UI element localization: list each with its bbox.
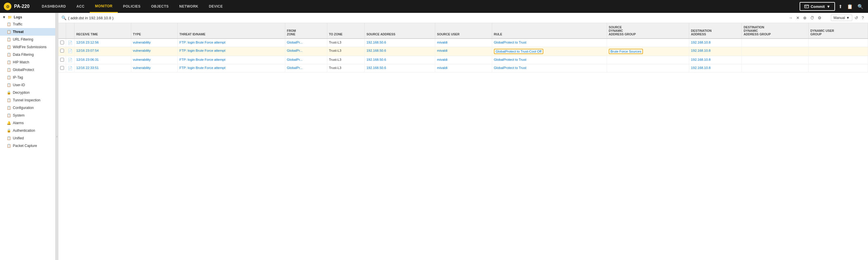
nav-items: DASHBOARD ACC MONITOR POLICIES OBJECTS N… xyxy=(36,0,800,13)
search-actions: → ✕ ⊕ ⏱ ⚙ Manual ▼ ↺ ? xyxy=(787,14,865,21)
sidebar-item-alarms[interactable]: 🔔 Alarms xyxy=(0,119,55,127)
rule-link[interactable]: GlobalProtect to Trust xyxy=(494,58,526,61)
col-threat-id[interactable]: THREAT ID/NAME xyxy=(177,23,285,38)
sidebar-item-wildfire[interactable]: 📋 WildFire Submissions xyxy=(0,43,55,51)
search-input[interactable] xyxy=(68,16,785,20)
col-source-address[interactable]: SOURCE ADDRESS xyxy=(365,23,435,38)
nav-device[interactable]: DEVICE xyxy=(204,0,228,13)
row-detail-icon[interactable]: 📄 xyxy=(66,47,74,56)
nav-monitor[interactable]: MONITOR xyxy=(90,0,118,13)
dropdown-chevron: ▼ xyxy=(846,16,849,20)
sidebar-collapse-handle[interactable]: ‹ xyxy=(56,13,58,260)
table-header-row: RECEIVE TIME TYPE THREAT ID/NAME FROMZON… xyxy=(58,23,868,38)
row-select-checkbox[interactable] xyxy=(60,66,64,70)
row-checkbox[interactable] xyxy=(58,56,66,64)
sidebar-item-data-filtering[interactable]: 📋 Data Filtering xyxy=(0,51,55,58)
unified-icon: 📋 xyxy=(6,136,11,140)
row-detail-icon[interactable]: 📄 xyxy=(66,56,74,64)
col-type[interactable]: TYPE xyxy=(131,23,177,38)
cell-to-zone: Trust-L3 xyxy=(327,47,365,56)
col-dest-address[interactable]: DESTINATIONADDRESS xyxy=(689,23,742,38)
sidebar-item-traffic[interactable]: 📋 Traffic xyxy=(0,21,55,28)
cell-receive-time: 12/16 23:07:54 xyxy=(74,47,131,56)
col-receive-time[interactable]: RECEIVE TIME xyxy=(74,23,131,38)
source-dag-highlight-cell[interactable]: Brute Force Sources xyxy=(609,49,643,54)
sidebar-item-globalprotect[interactable]: 📋 GlobalProtect xyxy=(0,66,55,74)
nav-icon-btn-search[interactable]: 🔍 xyxy=(856,3,865,10)
table-row: 📄 12/16 23:06:31 vulnerability FTP: logi… xyxy=(58,56,868,64)
rule-link[interactable]: GlobalProtect to Trust xyxy=(494,41,526,44)
tunnel-inspection-icon: 📋 xyxy=(6,98,11,102)
sidebar-item-threat[interactable]: 📋 Threat xyxy=(0,28,55,36)
help-button[interactable]: ? xyxy=(860,15,865,21)
sidebar-item-system[interactable]: 📋 System xyxy=(0,111,55,119)
nav-network[interactable]: NETWORK xyxy=(174,0,204,13)
decryption-icon: 🔒 xyxy=(6,90,11,95)
nav-policies[interactable]: POLICIES xyxy=(118,0,146,13)
traffic-icon: 📋 xyxy=(6,22,11,27)
nav-icon-btn-save[interactable]: ⬆ xyxy=(837,3,843,10)
cell-source-address: 192.168.50.6 xyxy=(365,38,435,47)
ip-tag-icon: 📋 xyxy=(6,75,11,80)
row-detail-icon[interactable]: 📄 xyxy=(66,38,74,47)
sidebar-item-tunnel-inspection[interactable]: 📋 Tunnel Inspection xyxy=(0,96,55,104)
authentication-icon: 🔒 xyxy=(6,128,11,133)
search-submit-button[interactable]: → xyxy=(787,15,794,21)
row-detail-icon[interactable]: 📄 xyxy=(66,64,74,72)
cell-rule: GlobalProtect to Trust xyxy=(492,64,607,72)
col-checkbox xyxy=(58,23,66,38)
col-to-zone[interactable]: TO ZONE xyxy=(327,23,365,38)
col-rule[interactable]: RULE xyxy=(492,23,607,38)
sidebar-item-configuration[interactable]: 📋 Configuration xyxy=(0,104,55,111)
col-row-icon xyxy=(66,23,74,38)
sidebar-logs-section[interactable]: ▼ 📁 Logs xyxy=(0,13,55,21)
data-filtering-icon: 📋 xyxy=(6,52,11,57)
commit-button[interactable]: Commit ▼ xyxy=(800,2,835,11)
cell-dest-dag xyxy=(742,64,808,72)
sidebar-item-user-id[interactable]: 📋 User-ID xyxy=(0,81,55,89)
col-dest-dag[interactable]: DESTINATIONDYNAMICADDRESS GROUP xyxy=(742,23,808,38)
refresh-button[interactable]: ↺ xyxy=(854,15,859,21)
col-source-user[interactable]: SOURCE USER xyxy=(435,23,492,38)
cell-dest-dag xyxy=(742,38,808,47)
row-checkbox[interactable] xyxy=(58,38,66,47)
svg-rect-2 xyxy=(805,5,809,8)
row-checkbox[interactable] xyxy=(58,47,66,56)
search-settings-button[interactable]: ⚙ xyxy=(816,15,823,21)
search-clear-button[interactable]: ✕ xyxy=(795,15,801,21)
row-checkbox[interactable] xyxy=(58,64,66,72)
sidebar-section-icon: 📁 xyxy=(8,15,12,19)
nav-dashboard[interactable]: DASHBOARD xyxy=(36,0,71,13)
nav-icon-btn-menu[interactable]: 📋 xyxy=(846,3,854,10)
globalprotect-icon: 📋 xyxy=(6,67,11,72)
sidebar-item-ip-tag[interactable]: 📋 IP-Tag xyxy=(0,74,55,81)
nav-acc[interactable]: ACC xyxy=(71,0,90,13)
cell-receive-time: 12/16 23:12:56 xyxy=(74,38,131,47)
cell-from-zone: GlobalPr... xyxy=(285,47,327,56)
cell-from-zone: GlobalPr... xyxy=(285,64,327,72)
cell-rule: GlobalProtect to Trust xyxy=(492,56,607,64)
search-add-button[interactable]: ⊕ xyxy=(802,15,808,21)
sidebar-item-decryption[interactable]: 🔒 Decryption xyxy=(0,89,55,96)
row-select-checkbox[interactable] xyxy=(60,58,64,62)
manual-mode-dropdown[interactable]: Manual ▼ xyxy=(831,14,852,21)
sidebar-item-packet-capture[interactable]: 📋 Packet Capture xyxy=(0,142,55,150)
row-select-checkbox[interactable] xyxy=(60,49,64,53)
cell-source-dag xyxy=(607,56,689,64)
cell-dest-dag xyxy=(742,47,808,56)
col-from-zone[interactable]: FROMZONE xyxy=(285,23,327,38)
cell-source-dag xyxy=(607,38,689,47)
search-history-button[interactable]: ⏱ xyxy=(809,15,815,21)
sidebar-item-hip-match[interactable]: 📋 HIP Match xyxy=(0,58,55,66)
sidebar-item-authentication[interactable]: 🔒 Authentication xyxy=(0,127,55,134)
sidebar-item-unified[interactable]: 📋 Unified xyxy=(0,134,55,142)
sidebar-item-url-filtering[interactable]: 📋 URL Filtering xyxy=(0,36,55,43)
rule-highlight-cell[interactable]: GlobalProtect to Trust-Cool Off xyxy=(494,49,543,54)
col-dynamic-user-group[interactable]: DYNAMIC USERGROUP xyxy=(808,23,868,38)
user-id-icon: 📋 xyxy=(6,83,11,87)
col-source-dag[interactable]: SOURCEDYNAMICADDRESS GROUP xyxy=(607,23,689,38)
nav-objects[interactable]: OBJECTS xyxy=(146,0,174,13)
search-icon: 🔍 xyxy=(61,15,66,20)
rule-link[interactable]: GlobalProtect to Trust xyxy=(494,66,526,69)
row-select-checkbox[interactable] xyxy=(60,41,64,44)
